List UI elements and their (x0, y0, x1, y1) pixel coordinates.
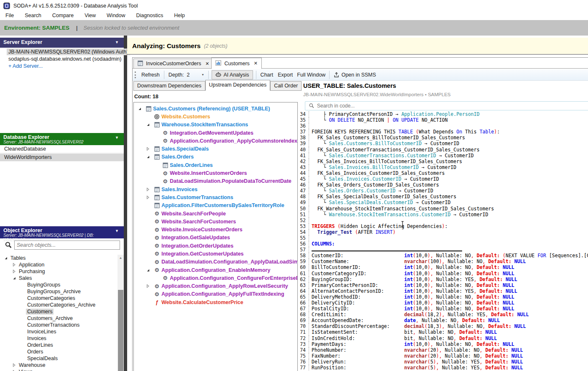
open-in-ssms-button[interactable]: Open in SSMS (331, 72, 379, 78)
subtab-upstream-dependencies[interactable]: Upstream Dependencies (205, 80, 271, 91)
dependency-item[interactable]: Sales.SpecialDeals (134, 145, 297, 153)
object-tree-item[interactable]: Customers_Archive (0, 315, 118, 322)
database-item[interactable]: CleanedDatabase (0, 145, 124, 153)
menu-item-view[interactable]: View (79, 11, 101, 20)
object-tree-item[interactable]: CustomerCategories_Archive (0, 302, 118, 308)
object-tree-item[interactable]: Warehouse (0, 362, 118, 368)
scrollbar-thumb[interactable] (118, 290, 123, 371)
dependency-item[interactable]: ⚙Website.SearchForCustomers (134, 217, 297, 225)
object-explorer-header[interactable]: Object Explorer Server: JB-MAIN-NEW\MSSQ… (0, 226, 124, 238)
object-tree-item[interactable]: Tables (0, 255, 118, 261)
code-search-box[interactable] (305, 101, 588, 110)
twisty-expanded-icon[interactable] (144, 123, 152, 127)
object-tree-item[interactable]: OrderLines (0, 342, 118, 348)
dependency-item[interactable]: ⚙Website.InvoiceCustomerOrders (134, 225, 297, 233)
twisty-expanded-icon[interactable] (3, 256, 9, 260)
export-button[interactable]: Export (276, 72, 294, 78)
tab-customers[interactable]: Customers✕ (211, 58, 262, 69)
dependency-item[interactable]: Application.FilterCustomersBySalesTerrit… (134, 202, 297, 210)
dependency-item[interactable]: Warehouse.StockItemTransactions (134, 121, 297, 129)
menu-item-search[interactable]: Search (19, 11, 47, 20)
scroll-up-icon[interactable]: ▲ (118, 255, 124, 261)
twisty-expanded-icon[interactable] (135, 107, 144, 111)
menu-item-diagnostics[interactable]: Diagnostics (131, 11, 169, 20)
dependency-item[interactable]: ⚙Application.Configuration_ApplyColumnst… (134, 137, 297, 145)
dependency-item[interactable]: ⚙Integration.GetCustomerUpdates (134, 250, 297, 258)
twisty-collapsed-icon[interactable] (11, 263, 18, 267)
dependency-item[interactable]: ⚙DataLoadSimulation.PopulateDataToCurren… (134, 177, 297, 185)
object-tree-item[interactable]: Purchasing (0, 268, 118, 275)
object-tree-item[interactable]: Customers (0, 308, 118, 315)
object-tree-item[interactable]: BuyingGroups (0, 281, 118, 288)
twisty-expanded-icon[interactable] (144, 268, 152, 272)
menu-item-help[interactable]: Help (169, 11, 190, 20)
dependency-item[interactable]: ⚙Integration.GetMovementUpdates (134, 129, 297, 137)
dependency-item[interactable]: Website.Customers (134, 113, 297, 120)
twisty-collapsed-icon[interactable] (144, 195, 152, 200)
search-objects-input[interactable] (14, 241, 120, 250)
object-tree-item[interactable]: Orders (0, 348, 118, 355)
object-explorer-scrollbar[interactable]: ▲ (118, 255, 124, 371)
dependency-item[interactable]: Sales.CustomerTransactions (134, 193, 297, 201)
twisty-collapsed-icon[interactable] (11, 269, 18, 274)
menu-item-file[interactable]: File (0, 11, 19, 20)
server-item[interactable]: sodaplus-sql.database.windows.net (sodaa… (7, 56, 123, 62)
object-tree-item[interactable]: Sales (0, 275, 118, 281)
server-item[interactable]: JB-MAIN-NEW\MSSQLSERVER02 (Windows Auth) (7, 49, 130, 55)
sidebar-splitter[interactable] (124, 36, 127, 371)
dependency-item[interactable]: ⚙Application.Configuration_ConfigureForE… (134, 274, 297, 282)
dependency-item[interactable]: Sales.Orders (134, 153, 297, 161)
dependency-tree[interactable]: Sales.Customers (Referencing) (USER_TABL… (133, 102, 298, 371)
subtab-downstream-dependencies[interactable]: Downstream Dependencies (133, 81, 205, 91)
object-explorer-tree[interactable]: TablesApplicationPurchasingSalesBuyingGr… (0, 255, 118, 371)
dependency-item[interactable]: ⚙Website.SearchForPeople (134, 210, 297, 217)
dependency-item[interactable]: ⚙Website.InsertCustomerOrders (134, 169, 297, 177)
database-item[interactable]: WideWorldImporters (0, 154, 124, 161)
object-tree-item[interactable]: Invoices (0, 335, 118, 342)
chart-button[interactable]: Chart (258, 72, 276, 78)
close-icon[interactable]: ✕ (205, 61, 209, 67)
code-search-input[interactable] (317, 103, 568, 109)
dependency-item[interactable]: ⚙Application.Configuration_EnableInMemor… (134, 266, 297, 274)
twisty-expanded-icon[interactable] (11, 276, 18, 280)
server-explorer-header[interactable]: Server Explorer ▼ (0, 38, 124, 48)
chevron-down-icon[interactable]: ▼ (115, 229, 119, 233)
twisty-collapsed-icon[interactable] (144, 187, 152, 192)
tab-invoicecustomerorders[interactable]: InvoiceCustomerOrders✕ (133, 59, 213, 69)
subtab-call-order[interactable]: Call Order (270, 81, 302, 91)
object-tree-item[interactable]: Views (0, 368, 118, 371)
object-tree-item[interactable]: CustomerTransactions (0, 322, 118, 328)
ai-analysis-button[interactable]: AI Analysis (212, 70, 253, 79)
depth-combobox[interactable]: Depth: 2 ▼ (166, 72, 207, 78)
toolbar-grip[interactable] (135, 72, 136, 78)
object-tree-item[interactable]: Application (0, 261, 118, 268)
chevron-down-icon[interactable]: ▼ (202, 73, 205, 76)
dependency-item[interactable]: ƒWebsite.CalculateCustomerPrice (134, 298, 297, 306)
menu-item-compare[interactable]: Compare (47, 11, 79, 20)
twisty-expanded-icon[interactable] (144, 155, 152, 159)
chevron-down-icon[interactable]: ▼ (115, 136, 119, 140)
twisty-collapsed-icon[interactable] (144, 284, 152, 288)
object-tree-item[interactable]: SpecialDeals (0, 355, 118, 362)
full-window-button[interactable]: Full Window (294, 72, 328, 78)
object-tree-item[interactable]: InvoiceLines (0, 328, 118, 335)
dependency-item[interactable]: ⚙Application.Configuration_ApplyFullText… (134, 290, 297, 298)
dependency-item[interactable]: Sales.Invoices (134, 185, 297, 193)
object-tree-item[interactable]: CustomerCategories (0, 295, 118, 302)
chevron-down-icon[interactable]: ▼ (115, 40, 119, 44)
dependency-item[interactable]: ⚙Integration.GetOrderUpdates (134, 242, 297, 250)
add-server-link[interactable]: + Add Server... (7, 63, 44, 69)
dependency-item[interactable]: ⚙DataLoadSimulation.Configuration_ApplyD… (134, 258, 297, 266)
dependency-item[interactable]: Sales.OrderLines (134, 161, 297, 169)
menu-item-window[interactable]: Window (101, 11, 130, 20)
object-tree-item[interactable]: BuyingGroups_Archive (0, 288, 118, 295)
twisty-collapsed-icon[interactable] (144, 147, 152, 151)
dependency-item[interactable]: Sales.Customers (Referencing) (USER_TABL… (134, 105, 297, 113)
dependency-item[interactable]: ⚙Application.Configuration_ApplyRowLevel… (134, 282, 297, 290)
database-explorer-header[interactable]: Database Explorer Server: JB-MAIN-NEW\MS… (0, 133, 124, 145)
twisty-collapsed-icon[interactable] (11, 363, 18, 367)
code-viewer[interactable]: 34 ├ PrimaryContactPersonID → Applicatio… (294, 111, 588, 371)
close-icon[interactable]: ✕ (254, 61, 258, 66)
dependency-item[interactable]: ⚙Integration.GetSaleUpdates (134, 234, 297, 242)
refresh-button[interactable]: Refresh (138, 72, 163, 78)
